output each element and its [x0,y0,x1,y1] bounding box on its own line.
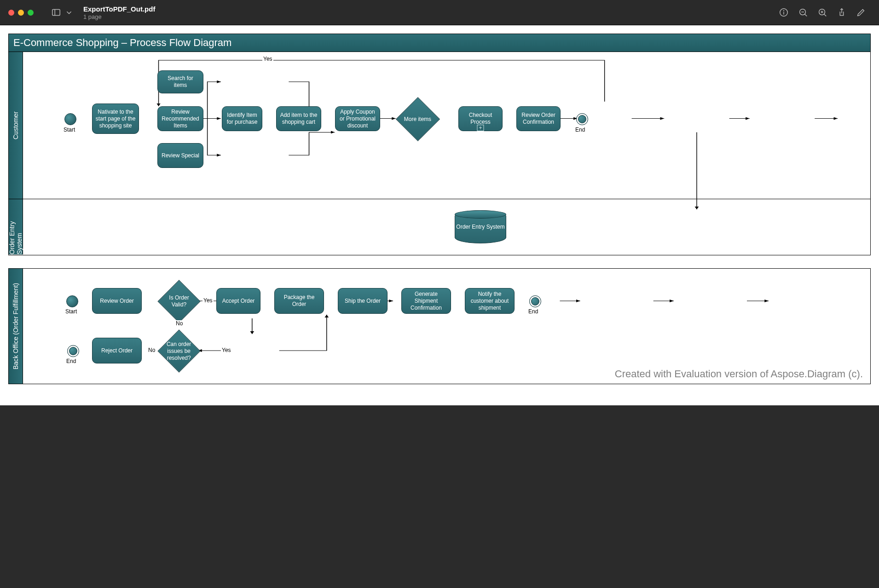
start-label-backoffice: Start [65,308,77,315]
markup-button[interactable] [855,6,867,18]
end-node-backoffice [529,295,541,307]
node-oes-db: Order Entry System [455,210,506,243]
lane-label-backoffice: Back Office (Order Fulfillment) [9,269,23,384]
node-recommend: Review Recommended Items [157,106,203,131]
sidebar-toggle-button[interactable] [50,6,62,18]
swimlane-block-2: Back Office (Order Fulfillment) [8,268,871,384]
lane-label-customer: Customer [9,52,23,199]
share-button[interactable] [836,6,848,18]
minimize-window-button[interactable] [18,10,24,16]
edge-valid-yes: Yes [202,297,214,304]
node-bo-package: Package the Order [274,288,324,314]
connectors-customer [23,52,870,199]
evaluation-watermark: Created with Evaluation version of Aspos… [615,368,863,380]
document-viewport[interactable]: E-Commerce Shopping – Process Flow Diagr… [0,25,879,405]
traffic-lights [8,10,34,16]
node-bo-reject: Reject Order [92,338,142,363]
close-window-button[interactable] [8,10,14,16]
lane-label-oes: Order Entry System [9,199,23,254]
lane-backoffice: Start Review Order Is Order Valid? Yes N… [23,269,870,384]
node-revconf: Review Order Confirmation [516,106,561,131]
sidebar-menu-chevron[interactable] [63,6,75,18]
svg-point-4 [784,11,784,11]
node-bo-resolve-label: Can order issues be resolved? [164,341,194,362]
svg-line-6 [805,14,807,17]
title-block: ExportToPDF_Out.pdf 1 page [83,5,155,20]
node-bo-valid-label: Is Order Valid? [164,294,194,308]
node-bo-accept: Accept Order [216,288,260,314]
start-node-customer [64,113,76,125]
lane-oes: Order Entry System [23,199,870,254]
zoom-in-button[interactable] [816,6,828,18]
node-bo-review: Review Order [92,288,142,314]
end-node-customer [576,113,588,125]
edge-resolve-yes: Yes [221,347,232,353]
node-bo-genconf: Generate Shipment Confirmation [401,288,451,314]
node-special: Review Special [157,143,203,168]
zoom-window-button[interactable] [28,10,34,16]
edge-valid-no: No [175,320,184,327]
node-bo-notify: Notify the customer about shipment [465,288,515,314]
document-filename: ExportToPDF_Out.pdf [83,5,155,13]
svg-rect-0 [52,10,60,16]
connectors-backoffice [23,269,870,384]
zoom-out-button[interactable] [797,6,809,18]
end-label-backoffice: End [528,308,538,315]
node-bo-ship: Ship the Order [338,288,387,314]
node-navigate: Nativate to the start page of the shoppi… [92,104,139,134]
connectors-oes [23,199,870,254]
node-addcart: Add item to the shopping cart [276,106,321,131]
pdf-page: E-Commerce Shopping – Process Flow Diagr… [8,34,871,384]
start-label-customer: Start [64,127,75,133]
node-coupon: Apply Coupon or Promotional discount [335,106,380,131]
window-titlebar: ExportToPDF_Out.pdf 1 page [0,0,879,25]
edge-resolve-no: No [147,347,156,353]
end-node-backoffice-2 [67,345,79,357]
end-label-customer: End [575,127,585,133]
lane-customer: Start Nativate to the start page of the … [23,52,870,199]
diagram-title: E-Commerce Shopping – Process Flow Diagr… [9,34,870,52]
end-label-backoffice-2: End [66,358,76,364]
swimlane-block-1: E-Commerce Shopping – Process Flow Diagr… [8,34,871,255]
info-button[interactable] [778,6,790,18]
edge-moreitems-yes: Yes [262,56,273,62]
node-oes-db-label: Order Entry System [456,224,504,230]
start-node-backoffice [66,295,78,307]
node-moreitems-label: More items [404,116,431,123]
svg-line-9 [824,14,827,17]
node-identify: Identify Item for purchase [222,106,262,131]
node-search: Search for items [157,70,203,93]
subprocess-marker-icon: + [477,125,484,131]
document-page-count: 1 page [83,13,155,20]
